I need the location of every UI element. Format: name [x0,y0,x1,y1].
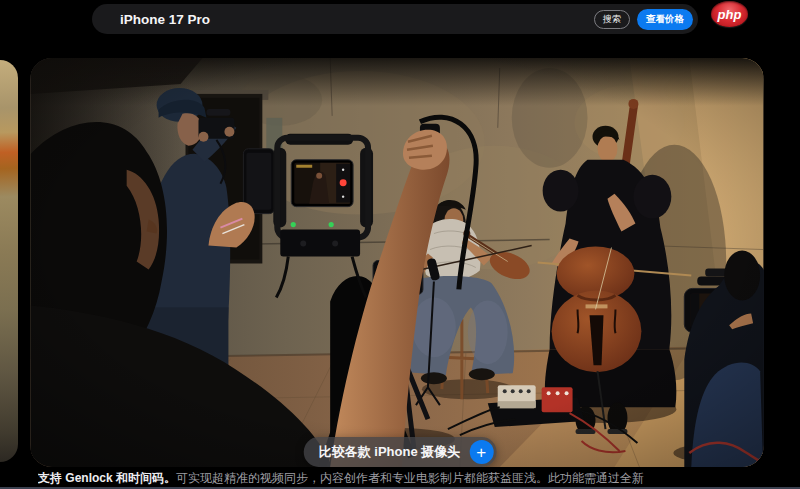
plus-icon[interactable]: + [469,440,493,464]
search-bar-actions: 搜索 查看价格 [594,9,693,30]
compare-cameras-button[interactable]: 比较各款 iPhone 摄像头 + [304,437,497,467]
view-price-button[interactable]: 查看价格 [637,9,693,30]
hero-photo-illustration [30,58,764,467]
hero-photo [30,58,764,467]
search-input[interactable] [92,11,502,28]
search-bar: 搜索 查看价格 [92,4,698,34]
previous-slide-edge[interactable] [0,60,18,462]
search-button[interactable]: 搜索 [594,10,630,29]
compare-cameras-label: 比较各款 iPhone 摄像头 [319,443,461,461]
vignette-overlay [31,58,763,467]
page: 搜索 查看价格 php [0,0,800,489]
feature-caption-bold: 支持 Genlock 和时间码。 [38,471,176,485]
php-logo[interactable]: php [711,1,748,27]
feature-caption: 支持 Genlock 和时间码。可实现超精准的视频同步，内容创作者和专业电影制片… [38,470,794,486]
feature-caption-text: 可实现超精准的视频同步，内容创作者和专业电影制片都能获益匪浅。此功能需通过全新 [176,471,644,485]
